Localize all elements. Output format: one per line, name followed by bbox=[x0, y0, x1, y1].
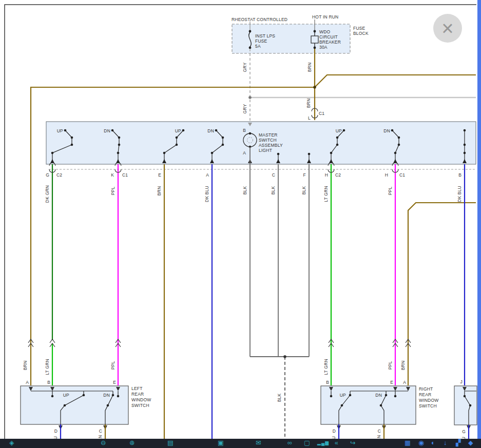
pin-h-c2: H bbox=[325, 172, 328, 178]
link-icon[interactable]: ∞ bbox=[287, 439, 292, 448]
pin-a-left-box: A bbox=[26, 380, 29, 385]
wire-label-blk-c: BLK bbox=[271, 186, 276, 195]
connector-c1-right: C1 bbox=[399, 172, 405, 178]
pin-g: G bbox=[46, 172, 49, 178]
left-switch-title-4: SWITCH bbox=[131, 403, 149, 408]
breaker-line2: CIRCUIT bbox=[319, 34, 338, 40]
wire-brn-right bbox=[408, 203, 476, 385]
connector-c2-right: C2 bbox=[335, 172, 341, 178]
master-pin-labels: G C2 K C1 E A C F H C2 H C1 B bbox=[46, 172, 461, 178]
wire-brn-right-top bbox=[315, 75, 476, 87]
fuse-block-panel: RHEOSTAT CONTROLLED HOT IN RUN INST LPS … bbox=[232, 14, 369, 53]
pin-j-far-box: J bbox=[460, 379, 463, 384]
right-switch-title-2: REAR bbox=[419, 392, 431, 397]
breaker-rating: 30A bbox=[319, 45, 328, 50]
wire-label-lt-grn-right: LT GRN bbox=[323, 186, 329, 202]
pin-c-left-out: C bbox=[99, 428, 102, 434]
wire-label-dk-grn: DK GRN bbox=[45, 185, 50, 203]
pin-b-right: B bbox=[458, 172, 461, 178]
pin-b-light: B bbox=[243, 128, 246, 133]
wire-label-dk-blu-left: DK BLU bbox=[204, 186, 209, 202]
pin-e-left-box: E bbox=[113, 380, 116, 385]
up-label-2: UP bbox=[175, 128, 181, 133]
connector-c1-left: C1 bbox=[122, 172, 128, 178]
left-switch-title-3: WINDOW bbox=[131, 397, 151, 402]
fuse-block-line2: BLOCK bbox=[353, 31, 369, 36]
pin-c-right-out: C bbox=[378, 428, 381, 434]
page-border bbox=[5, 5, 476, 439]
pin-f: F bbox=[303, 172, 306, 178]
master-title-4: LIGHT bbox=[259, 148, 272, 153]
pin-b-right-box: B bbox=[326, 380, 329, 385]
pin-a-right-box: A bbox=[403, 380, 406, 385]
far-right-partial-switch: G U bbox=[454, 386, 477, 440]
wire-label-blk-f: BLK bbox=[301, 186, 306, 195]
wire-label-ppl-right: PPL bbox=[388, 187, 393, 196]
pin-h-c1: H bbox=[385, 172, 388, 178]
camera-icon[interactable]: ◉ bbox=[418, 439, 424, 448]
right-rear-window-switch: UP DN RIGHT REAR WINDOW SWITCH D U C RN bbox=[321, 386, 439, 441]
wiring-diagram: RHEOSTAT CONTROLLED HOT IN RUN INST LPS … bbox=[0, 0, 481, 448]
breaker-line1: WDO bbox=[319, 29, 331, 34]
pin-d-right-out: D bbox=[333, 428, 336, 434]
right-up-label: UP bbox=[340, 393, 346, 398]
contrast-icon[interactable]: ◐ bbox=[431, 439, 435, 448]
zoom-out-icon[interactable]: ⊖ bbox=[101, 439, 106, 448]
close-button[interactable]: × bbox=[433, 14, 462, 43]
hot-in-run-label: HOT IN RUN bbox=[312, 14, 338, 20]
chart-icon[interactable]: ▂▄▆ bbox=[317, 439, 329, 448]
select-tool-icon[interactable]: ◈ bbox=[9, 439, 14, 448]
print-icon[interactable]: ▣ bbox=[218, 439, 224, 448]
fuse-name-line1: INST LPS bbox=[255, 33, 275, 38]
wire-label-gry-1: GRY bbox=[242, 62, 247, 72]
download-icon[interactable]: ↓ bbox=[444, 439, 447, 448]
master-title-1: MASTER bbox=[259, 132, 278, 138]
pin-b-left-box: B bbox=[47, 380, 50, 385]
left-up-label: UP bbox=[63, 393, 69, 398]
upper-wire-labels: DK GRN PPL BRN DK BLU BLK BLK BLK LT GRN… bbox=[45, 185, 462, 203]
fuse-name-line2: FUSE bbox=[255, 38, 267, 44]
up-label-1: UP bbox=[57, 128, 63, 133]
scroll-strip[interactable] bbox=[477, 0, 481, 439]
wiring-diagram-viewer: RHEOSTAT CONTROLLED HOT IN RUN INST LPS … bbox=[0, 0, 481, 448]
wire-label-brn-lower-left: BRN bbox=[23, 361, 28, 371]
wire-label-blk-a: BLK bbox=[242, 186, 247, 195]
back-icon[interactable]: « bbox=[335, 439, 338, 448]
pin-a: A bbox=[206, 172, 209, 178]
master-title-3: ASSEMBLY bbox=[259, 143, 283, 148]
dn-label-3: DN bbox=[383, 128, 390, 133]
left-switch-title-2: REAR bbox=[131, 392, 144, 397]
fullscreen-icon[interactable]: ▢ bbox=[304, 439, 310, 448]
right-dn-label: DN bbox=[375, 393, 382, 398]
inline-connectors bbox=[28, 339, 411, 347]
pages-icon[interactable]: ▤ bbox=[167, 439, 174, 448]
pin-l: L bbox=[308, 115, 311, 121]
brn-feed-wires: BRN BRN L C1 bbox=[31, 49, 476, 385]
wire-label-ppl-lower-left: PPL bbox=[110, 361, 116, 370]
dn-label-1: DN bbox=[104, 128, 110, 133]
save-icon[interactable]: ◆ bbox=[468, 439, 473, 448]
fuse-rating: 5A bbox=[255, 44, 261, 49]
connector-c1-top: C1 bbox=[319, 111, 324, 116]
dn-label-2: DN bbox=[207, 128, 214, 133]
wire-label-brn-lower-right: BRN bbox=[400, 361, 406, 371]
wire-label-lt-grn-lower-right: LT GRN bbox=[323, 359, 329, 375]
wire-label-gry-2: GRY bbox=[242, 104, 247, 113]
master-title-2: SWITCH bbox=[259, 138, 277, 143]
mail-icon[interactable]: ✉ bbox=[256, 439, 261, 448]
left-dn-label: DN bbox=[103, 393, 110, 398]
wire-label-lt-grn-lower-left: LT GRN bbox=[45, 359, 50, 375]
up-label-3: UP bbox=[336, 128, 342, 133]
share-icon[interactable]: ↪ bbox=[350, 439, 355, 448]
pin-e-right-box: E bbox=[390, 380, 393, 385]
connector-c2-left: C2 bbox=[56, 172, 62, 178]
zoom-in-icon[interactable]: ⊕ bbox=[129, 439, 134, 448]
bottom-toolbar: ◈ ⊖ ⊕ ▤ ▣ ✉ ∞ ▢ ▂▄▆ « ↪ ▦ ◉ ◐ ↓ ▞ ◆ bbox=[0, 439, 481, 448]
wire-label-ppl-lower-right: PPL bbox=[388, 361, 393, 370]
right-switch-title-1: RIGHT bbox=[419, 386, 433, 392]
gry-feed-wires: GRY GRY bbox=[242, 49, 476, 133]
wire-label-brn-2: BRN bbox=[306, 99, 311, 108]
pin-e: E bbox=[158, 172, 161, 178]
grid-icon[interactable]: ▞ bbox=[456, 439, 461, 448]
image-icon[interactable]: ▦ bbox=[405, 439, 411, 448]
